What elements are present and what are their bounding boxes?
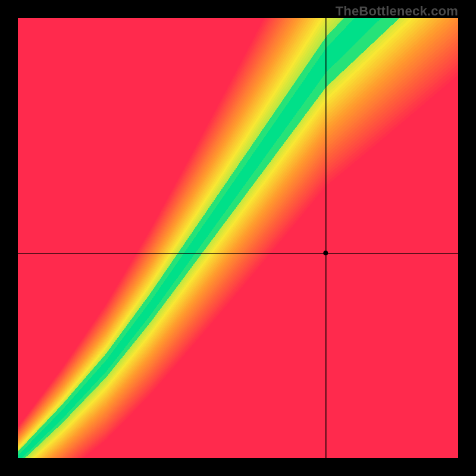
crosshair-overlay <box>18 18 458 458</box>
heatmap-plot <box>18 18 458 458</box>
chart-frame: TheBottleneck.com <box>0 0 476 476</box>
watermark-text: TheBottleneck.com <box>336 4 458 19</box>
